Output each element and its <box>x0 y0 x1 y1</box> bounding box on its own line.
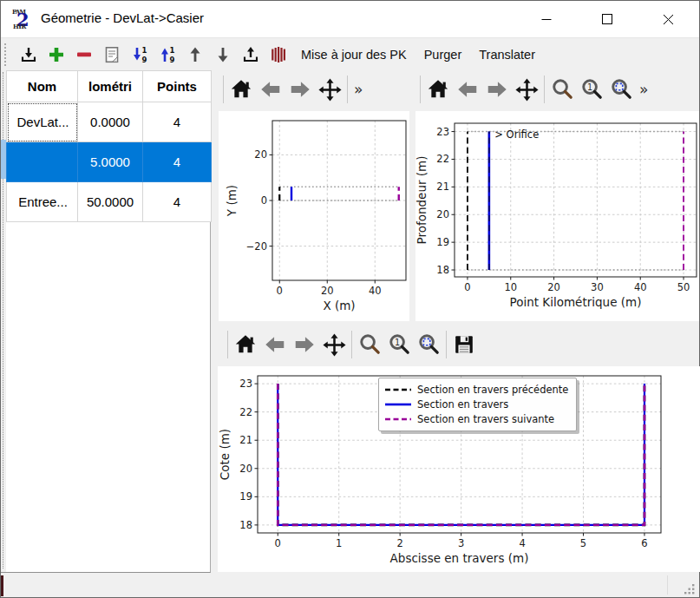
back-button[interactable] <box>454 75 481 104</box>
svg-text:23: 23 <box>436 126 449 138</box>
sort-descending-button[interactable]: 1 9 <box>157 43 178 66</box>
titlebar[interactable]: PAM 2 HYR Géometrie - DevLat->Casier <box>1 1 699 37</box>
sections-table: Nom lométri Points DevLat... 0.0000 4 5.… <box>6 70 212 222</box>
svg-text:9: 9 <box>170 56 175 64</box>
minimize-button[interactable] <box>527 1 566 37</box>
close-icon <box>663 14 674 25</box>
zoom-button[interactable] <box>548 75 576 104</box>
cell-pk[interactable]: 5.0000 <box>78 142 143 182</box>
cell-points[interactable]: 4 <box>143 102 212 142</box>
update-pk-button[interactable]: Mise à jour des PK <box>292 42 415 68</box>
arrow-up-icon <box>185 44 206 65</box>
home-button[interactable] <box>424 75 452 104</box>
svg-text:20: 20 <box>254 148 267 161</box>
plot-legend: Section en travers précédenteSection en … <box>378 378 577 431</box>
svg-text:2: 2 <box>396 537 402 549</box>
back-button[interactable] <box>261 330 289 359</box>
export-button[interactable] <box>240 43 261 66</box>
plan-nav-toolbar: » <box>220 72 415 107</box>
travers-nav-toolbar: 1 <box>225 327 546 362</box>
svg-text:21: 21 <box>239 434 252 446</box>
sections-table-panel: Nom lométri Points DevLat... 0.0000 4 5.… <box>1 70 211 573</box>
toolbar-overflow-button[interactable]: » <box>350 81 366 98</box>
column-header-nom[interactable]: Nom <box>7 71 78 102</box>
toolbar-overflow-button[interactable]: » <box>636 81 651 98</box>
move-up-button[interactable] <box>185 43 206 66</box>
zoom-one-button[interactable]: 1 <box>578 75 605 104</box>
maximize-button[interactable] <box>587 1 627 37</box>
import-icon <box>18 44 39 65</box>
cell-points[interactable]: 4 <box>143 142 212 182</box>
svg-text:5: 5 <box>580 537 586 549</box>
zoom-icon <box>357 332 383 358</box>
zoom-one-button[interactable]: 1 <box>385 330 413 359</box>
svg-text:Abscisse en travers (m): Abscisse en travers (m) <box>390 551 529 565</box>
purge-button[interactable]: Purger <box>415 42 471 68</box>
toolbar-drag-handle[interactable] <box>4 43 9 66</box>
zoom-select-button[interactable] <box>607 75 635 104</box>
statusbar-separator <box>667 575 668 595</box>
cell-nom[interactable]: Entree... <box>7 182 78 222</box>
delete-button[interactable] <box>74 43 95 66</box>
svg-text:> Orifice: > Orifice <box>494 128 539 141</box>
profil-nav-toolbar: 1 » <box>417 72 699 107</box>
resize-grip-icon[interactable] <box>684 583 696 595</box>
zoom-button[interactable] <box>356 330 383 359</box>
translate-button[interactable]: Translater <box>470 42 544 68</box>
column-header-points[interactable]: Points <box>143 71 212 102</box>
cell-pk[interactable]: 0.0000 <box>78 102 143 142</box>
pan-button[interactable] <box>513 75 540 104</box>
zoom-icon <box>550 77 575 102</box>
home-icon <box>426 77 450 102</box>
forward-button[interactable] <box>291 330 318 359</box>
import-button[interactable] <box>18 43 39 66</box>
svg-text:1: 1 <box>142 46 147 55</box>
svg-text:1: 1 <box>170 46 175 55</box>
back-button[interactable] <box>257 75 285 104</box>
svg-text:19: 19 <box>436 236 449 248</box>
pan-button[interactable] <box>316 75 343 104</box>
profil-figure: 01020304050181920212223Point Kilométriqu… <box>415 111 699 321</box>
legend-entry: Section en travers précédente <box>385 382 568 397</box>
pan-button[interactable] <box>320 330 348 359</box>
svg-text:20: 20 <box>547 281 560 293</box>
table-row: DevLat... 0.0000 4 <box>7 102 212 142</box>
home-button[interactable] <box>232 330 259 359</box>
svg-text:23: 23 <box>239 378 252 390</box>
export-icon <box>240 44 261 65</box>
plan-canvas[interactable]: 02040−20020X (m)Y (m) <box>219 111 409 321</box>
move-down-button[interactable] <box>213 43 233 66</box>
svg-text:22: 22 <box>239 406 252 418</box>
zoom-select-button[interactable] <box>415 330 442 359</box>
svg-text:20: 20 <box>321 285 334 297</box>
svg-text:30: 30 <box>591 281 604 293</box>
travers-figure: 0123456181920212223Abscisse en travers (… <box>218 366 700 572</box>
svg-text:40: 40 <box>369 285 382 297</box>
cell-points[interactable]: 4 <box>143 182 212 222</box>
home-button[interactable] <box>227 75 255 104</box>
cell-pk[interactable]: 50.0000 <box>78 182 143 222</box>
cell-nom[interactable] <box>7 142 78 182</box>
plus-icon <box>46 44 67 65</box>
edit-button[interactable] <box>101 43 122 66</box>
sort-ascending-icon: 1 9 <box>129 44 150 65</box>
forward-button[interactable] <box>286 75 314 104</box>
legend-entry: Section en travers suivante <box>385 411 568 426</box>
cell-nom[interactable]: DevLat... <box>7 102 78 142</box>
close-button[interactable] <box>648 1 688 37</box>
add-button[interactable] <box>46 43 67 66</box>
svg-text:1: 1 <box>336 537 342 549</box>
save-button[interactable] <box>450 330 478 359</box>
profil-canvas[interactable]: 01020304050181920212223Point Kilométriqu… <box>415 111 699 321</box>
svg-text:1: 1 <box>395 337 400 346</box>
zoom-select-icon <box>609 77 634 102</box>
forward-arrow-icon <box>292 332 317 357</box>
column-header-pk[interactable]: lométri <box>78 71 143 102</box>
update-pk-icon-button[interactable] <box>268 43 289 66</box>
home-icon <box>229 77 253 102</box>
svg-text:50: 50 <box>677 281 690 293</box>
back-arrow-icon <box>258 77 283 102</box>
maximize-icon <box>602 14 612 24</box>
forward-button[interactable] <box>483 75 511 104</box>
sort-ascending-button[interactable]: 1 9 <box>129 43 150 66</box>
